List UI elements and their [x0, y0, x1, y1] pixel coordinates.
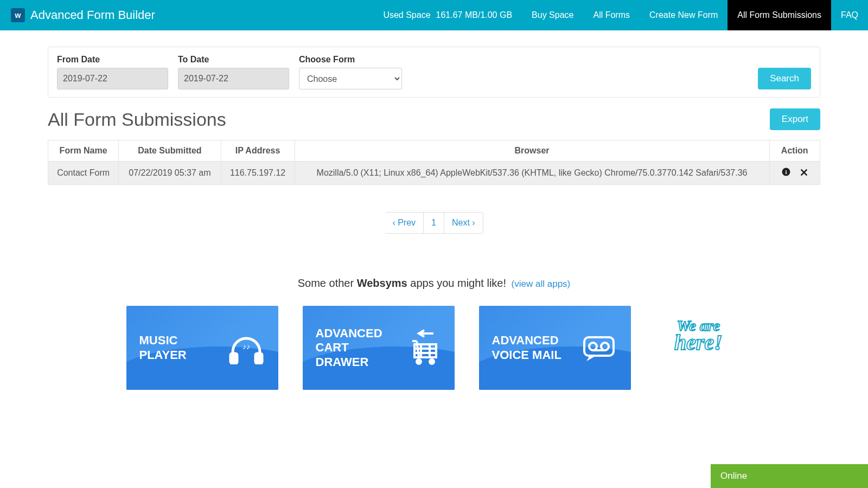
promo-section: Some other Websyms apps you might like! …: [48, 277, 820, 290]
svg-point-19: [601, 343, 609, 350]
delete-icon[interactable]: [800, 168, 808, 177]
used-space-label: Used Space 161.67 MB/1.00 GB: [373, 0, 522, 30]
filter-panel: From Date To Date Choose Form Choose Sea…: [48, 47, 820, 98]
pager-page-1[interactable]: 1: [423, 212, 444, 234]
page-title: All Form Submissions: [48, 109, 226, 130]
we-are-here-badge: We are here!: [655, 306, 742, 365]
from-date-input[interactable]: [57, 68, 168, 89]
promo-suffix: apps you might like!: [407, 277, 509, 289]
search-button[interactable]: Search: [758, 68, 811, 89]
col-form-name: Form Name: [48, 140, 119, 162]
here-line2: here!: [674, 330, 723, 355]
svg-rect-5: [256, 354, 262, 363]
nav-buy-space[interactable]: Buy Space: [522, 0, 583, 30]
promo-cards: MUSIC PLAYER ♪♪ ADVANCED CART DRAWER: [48, 306, 820, 390]
export-button[interactable]: Export: [770, 108, 820, 130]
card-label: ADVANCED VOICE MAIL: [492, 333, 561, 362]
pager-next[interactable]: Next ›: [444, 212, 483, 234]
info-icon[interactable]: i: [781, 167, 791, 177]
brand-title: Advanced Form Builder: [30, 8, 155, 22]
choose-form-select[interactable]: Choose: [299, 68, 402, 89]
from-date-label: From Date: [57, 55, 168, 65]
submissions-table: Form Name Date Submitted IP Address Brow…: [48, 140, 820, 185]
svg-point-18: [589, 343, 597, 350]
brand-logo-icon: w: [11, 8, 25, 22]
card-label: ADVANCED CART DRAWER: [316, 326, 382, 369]
to-date-label: To Date: [178, 55, 289, 65]
svg-point-16: [430, 359, 434, 364]
svg-text:♪♪: ♪♪: [242, 342, 250, 351]
svg-text:i: i: [785, 169, 787, 175]
brand[interactable]: w Advanced Form Builder: [11, 8, 155, 22]
cell-ip: 116.75.197.12: [221, 162, 295, 185]
promo-card-cart-drawer[interactable]: ADVANCED CART DRAWER: [303, 306, 455, 390]
col-ip: IP Address: [221, 140, 295, 162]
choose-form-label: Choose Form: [299, 55, 402, 65]
headphones-icon: ♪♪: [227, 332, 265, 364]
topbar: w Advanced Form Builder Used Space 161.6…: [0, 0, 868, 30]
view-all-apps-link[interactable]: (view all apps): [512, 279, 571, 289]
col-action: Action: [769, 140, 820, 162]
cart-icon: [409, 329, 442, 367]
nav-all-forms[interactable]: All Forms: [583, 0, 640, 30]
col-date: Date Submitted: [119, 140, 221, 162]
svg-rect-4: [231, 354, 237, 363]
promo-card-music-player[interactable]: MUSIC PLAYER ♪♪: [126, 306, 278, 390]
pager-prev[interactable]: ‹ Prev: [385, 212, 424, 234]
card-label: MUSIC PLAYER: [139, 333, 187, 362]
to-date-input[interactable]: [178, 68, 289, 89]
promo-prefix: Some other: [298, 277, 357, 289]
promo-card-voice-mail[interactable]: ADVANCED VOICE MAIL: [479, 306, 631, 390]
table-row: Contact Form 07/22/2019 05:37 am 116.75.…: [48, 162, 820, 185]
cell-form-name: Contact Form: [48, 162, 119, 185]
pagination: ‹ Prev 1 Next ›: [48, 212, 820, 234]
nav-faq[interactable]: FAQ: [831, 0, 868, 30]
used-space-value: 161.67 MB/1.00 GB: [436, 10, 513, 20]
nav-all-submissions[interactable]: All Form Submissions: [727, 0, 831, 30]
cell-date: 07/22/2019 05:37 am: [119, 162, 221, 185]
svg-point-15: [417, 359, 421, 364]
voicemail-icon: [580, 332, 618, 364]
col-browser: Browser: [295, 140, 769, 162]
promo-brand: Websyms: [357, 277, 407, 289]
cell-browser: Mozilla/5.0 (X11; Linux x86_64) AppleWeb…: [295, 162, 769, 185]
top-nav: Used Space 161.67 MB/1.00 GB Buy Space A…: [373, 0, 868, 30]
nav-create-form[interactable]: Create New Form: [640, 0, 727, 30]
cell-action: i: [769, 162, 820, 185]
